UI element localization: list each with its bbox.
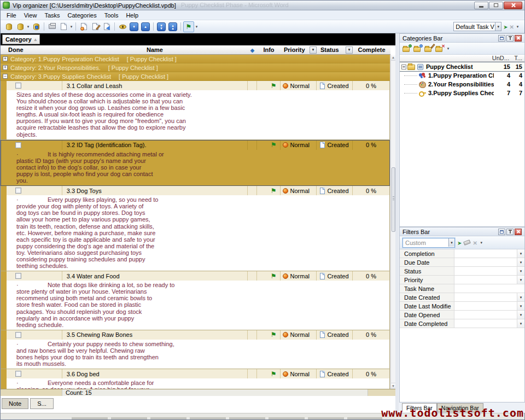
add-subcategory-button[interactable] <box>413 45 422 52</box>
status-cell[interactable]: Created <box>317 369 353 378</box>
categories-toolbar-caret-icon[interactable]: ▾ <box>446 43 450 54</box>
priority-cell[interactable]: Normal <box>281 330 317 340</box>
eraser-icon[interactable] <box>464 240 471 246</box>
category-row[interactable]: + Category: 1.Puppy Preparation Checklis… <box>1 55 390 63</box>
panel-pin-button[interactable] <box>506 229 514 235</box>
task-note[interactable]: ·Everyone needs a comfortable place fors… <box>1 378 389 389</box>
panel-restore-button[interactable] <box>498 229 505 235</box>
task-row[interactable]: 3.4 Water and Food Normal Created 0 % <box>1 271 389 281</box>
info-cell[interactable] <box>257 271 281 281</box>
priority-filter-dropdown-icon[interactable]: ▾ <box>310 46 317 54</box>
filter-value-field[interactable] <box>454 319 517 328</box>
done-checkbox[interactable] <box>15 83 21 89</box>
task-row[interactable]: 3.2 ID Tag (Identification Tag). Normal … <box>1 141 389 150</box>
tree-expander-icon[interactable]: − <box>401 65 406 69</box>
info-cell[interactable] <box>257 330 281 340</box>
new-database-button[interactable] <box>3 21 14 32</box>
task-view-combo[interactable]: Default Task V ▾ <box>453 22 501 31</box>
close-button[interactable] <box>504 2 522 9</box>
status-filter-dropdown-icon[interactable]: ▾ <box>346 46 353 54</box>
complete-cell[interactable]: 0 % <box>353 271 389 281</box>
scroll-down-arrow-icon[interactable]: ▼ <box>391 383 396 389</box>
maximize-button[interactable] <box>489 2 503 9</box>
done-checkbox[interactable] <box>15 188 21 194</box>
filters-toolbar-caret-icon[interactable]: ▾ <box>480 237 483 248</box>
done-cell[interactable] <box>7 330 62 340</box>
filter-value-field[interactable] <box>454 284 524 293</box>
status-cell[interactable]: Created <box>317 186 353 195</box>
column-header-done[interactable]: Done <box>1 45 62 54</box>
category-tree-item[interactable]: 1.Puppy Preparation Checklist 4 4 <box>400 71 524 80</box>
category-row[interactable]: − Category: 3.Puppy Supplies Checklist [… <box>1 72 390 81</box>
panel-close-button[interactable] <box>515 229 522 235</box>
print-button[interactable] <box>46 21 57 32</box>
filter-value-field[interactable] <box>454 267 517 275</box>
scroll-up-arrow-icon[interactable]: ▲ <box>391 55 396 61</box>
category-tree-item[interactable]: 3.Puppy Supplies Checklist. 7 7 <box>400 89 524 97</box>
new-task-button[interactable] <box>78 21 89 32</box>
complete-cell[interactable]: 0 % <box>353 369 389 378</box>
done-checkbox[interactable] <box>15 371 21 377</box>
done-cell[interactable] <box>7 186 62 195</box>
done-cell[interactable] <box>7 141 62 150</box>
task-note[interactable]: Sizes and styles of these dog accessorie… <box>1 90 389 139</box>
task-name[interactable]: 3.6 Dog bed <box>62 369 248 378</box>
save-database-button[interactable] <box>31 21 42 32</box>
filter-dropdown-icon[interactable]: ▾ <box>517 319 524 328</box>
panel-restore-button[interactable] <box>498 35 505 42</box>
task-view-combo-arrow-icon[interactable]: ▾ <box>495 22 501 31</box>
done-cell[interactable] <box>7 81 62 90</box>
filter-dropdown-icon[interactable]: ▾ <box>517 258 524 266</box>
panel-pin-button[interactable] <box>506 35 514 42</box>
note-tab-s[interactable]: S... <box>30 398 54 409</box>
done-checkbox[interactable] <box>15 273 21 279</box>
edit-category-button[interactable] <box>424 45 433 52</box>
status-cell[interactable]: Created <box>317 141 353 150</box>
view-toolbar-caret-icon[interactable]: ▾ <box>516 21 520 32</box>
total-column-header[interactable]: T... <box>510 55 524 61</box>
column-header-name[interactable]: Name <box>62 45 248 54</box>
column-header-flag[interactable] <box>248 45 257 54</box>
done-checkbox[interactable] <box>15 142 21 148</box>
move-down-button[interactable]: ▾ <box>129 21 139 32</box>
info-cell[interactable] <box>257 369 281 378</box>
task-note[interactable]: ·Certainly your puppy needs to chew some… <box>1 340 389 369</box>
group-by-category-button[interactable]: Category ▵ <box>2 34 40 44</box>
menu-item-view[interactable]: View <box>20 11 41 19</box>
priority-cell[interactable]: Normal <box>281 141 317 150</box>
flag-filter-caret-icon[interactable]: ▾ <box>195 21 199 32</box>
open-database-button[interactable] <box>15 21 26 32</box>
add-category-button[interactable] <box>402 45 411 52</box>
move-to-bottom-button[interactable]: ▾▾ <box>156 21 167 32</box>
menu-item-categories[interactable]: Categories <box>64 11 101 19</box>
info-cell[interactable] <box>257 81 281 90</box>
minimize-button[interactable] <box>474 2 488 9</box>
filter-preset-combo-arrow-icon[interactable]: ▾ <box>448 238 454 247</box>
complete-cell[interactable]: 0 % <box>353 330 389 340</box>
task-note[interactable]: ·It is highly recommended attaching meta… <box>1 150 389 185</box>
print-preview-button[interactable] <box>58 21 69 32</box>
column-header-complete[interactable]: Complete <box>353 45 390 54</box>
priority-cell[interactable]: Normal <box>281 186 317 195</box>
task-note[interactable]: ·Every puppy likes playing, so you need … <box>1 195 389 271</box>
priority-cell[interactable]: Normal <box>281 81 317 90</box>
filter-value-field[interactable] <box>454 276 517 284</box>
note-tab-note[interactable]: Note <box>2 398 28 409</box>
filter-value-field[interactable] <box>454 293 517 301</box>
vertical-scrollbar[interactable]: ▲ ▼ <box>390 55 395 389</box>
info-cell[interactable] <box>257 186 281 195</box>
menu-item-help[interactable]: Help <box>122 11 142 19</box>
paste-task-button[interactable] <box>101 21 112 32</box>
task-row[interactable]: 3.3 Dog Toys Normal Created 0 % <box>1 186 389 195</box>
category-row[interactable]: + Category: 2.Your Responsibilities. [ P… <box>1 63 390 72</box>
apply-view-icon[interactable] <box>503 24 508 30</box>
task-name[interactable]: 3.3 Dog Toys <box>62 186 248 195</box>
open-database-caret-icon[interactable]: ▾ <box>26 21 30 32</box>
filter-dropdown-icon[interactable]: ▾ <box>517 276 524 284</box>
apply-filter-icon[interactable] <box>457 240 462 246</box>
task-row[interactable]: 3.5 Chewing Raw Bones Normal Created 0 % <box>1 330 389 340</box>
edit-task-button[interactable] <box>90 21 101 32</box>
complete-cell[interactable]: 0 % <box>353 186 389 195</box>
move-up-button[interactable]: ▴ <box>140 21 151 32</box>
filter-value-field[interactable] <box>454 302 517 310</box>
